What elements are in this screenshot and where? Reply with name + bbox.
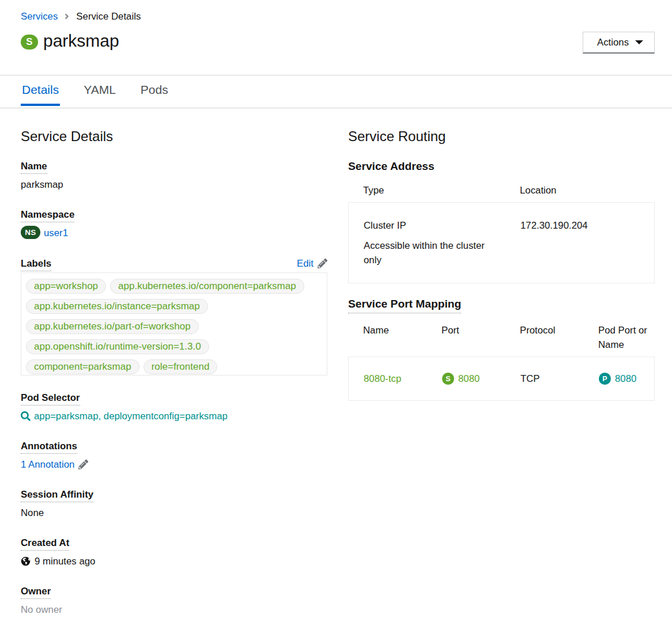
service-port-row: 8080-tcp S 8080 TCP P 8080 <box>349 357 654 400</box>
breadcrumb-current: Service Details <box>76 9 141 24</box>
breadcrumb-link-services[interactable]: Services <box>21 9 58 24</box>
namespace-label: Namespace <box>21 207 327 222</box>
actions-label: Actions <box>597 37 629 48</box>
labels-label: Labels Edit <box>21 256 327 271</box>
search-icon <box>21 411 31 421</box>
col-header-location: Location <box>520 183 649 198</box>
session-affinity-label: Session Affinity <box>21 487 327 502</box>
col-header-pod-port: Pod Port or Name <box>598 323 649 352</box>
page-header: Services Service Details S parksmap Acti… <box>0 0 672 53</box>
address-location: 172.30.190.204 <box>520 218 648 267</box>
label-chip[interactable]: component=parksmap <box>26 359 139 374</box>
breadcrumb: Services Service Details <box>21 9 655 24</box>
col-header-name: Name <box>363 323 441 352</box>
created-at-label: Created At <box>21 536 327 551</box>
chevron-right-icon <box>64 12 70 21</box>
label-chip[interactable]: app=workshop <box>26 279 106 294</box>
pencil-icon <box>318 259 327 268</box>
annotations-label: Annotations <box>21 439 327 454</box>
globe-icon <box>21 556 31 566</box>
annotations-edit-link[interactable]: 1 Annotation <box>21 457 327 472</box>
namespace-link[interactable]: user1 <box>44 226 68 240</box>
service-address-row: Cluster IP Accessible within the cluster… <box>349 203 654 283</box>
service-details-heading: Service Details <box>21 127 327 145</box>
col-header-protocol: Protocol <box>520 323 598 352</box>
title-row: S parksmap Actions <box>21 31 655 53</box>
pod-selector-label: Pod Selector <box>21 390 327 405</box>
port-name: 8080-tcp <box>364 371 442 386</box>
owner-value: No owner <box>21 602 327 617</box>
owner-label: Owner <box>21 584 327 599</box>
created-at-value: 9 minutes ago <box>21 554 327 568</box>
service-details-section: Service Details Name parksmap Namespace … <box>21 127 327 618</box>
tab-details[interactable]: Details <box>21 75 60 108</box>
port-protocol: TCP <box>520 371 599 386</box>
pencil-icon <box>78 460 88 469</box>
pod-port-cell: P 8080 <box>599 371 648 386</box>
label-chip[interactable]: app.kubernetes.io/component=parksmap <box>110 279 304 294</box>
service-routing-heading: Service Routing <box>348 127 655 145</box>
service-address-heading: Service Address <box>348 159 655 173</box>
service-port-cell: S 8080 <box>442 371 520 386</box>
name-label: Name <box>21 159 327 174</box>
col-header-port: Port <box>441 323 520 352</box>
namespace-badge: NS <box>21 226 40 239</box>
pod-badge: P <box>599 373 611 385</box>
label-chip[interactable]: app.openshift.io/runtime-version=1.3.0 <box>26 339 209 354</box>
service-routing-section: Service Routing Service Address Type Loc… <box>348 127 655 618</box>
labels-box: app=workshop app.kubernetes.io/component… <box>21 272 327 376</box>
service-address-table: Type Location Cluster IP Accessible with… <box>348 183 655 283</box>
tab-bar: Details YAML Pods <box>0 75 672 108</box>
labels-edit-link[interactable]: Edit <box>297 256 327 271</box>
session-affinity-value: None <box>21 506 327 520</box>
service-port-mapping-table: Name Port Protocol Pod Port or Name 8080… <box>348 323 655 401</box>
name-value: parksmap <box>21 177 327 192</box>
label-chip[interactable]: role=frontend <box>144 359 218 374</box>
label-chip[interactable]: app.kubernetes.io/instance=parksmap <box>26 299 208 314</box>
pod-selector-link[interactable]: app=parksmap, deploymentconfig=parksmap <box>21 409 327 423</box>
service-resource-icon: S <box>21 35 38 50</box>
service-port-mapping-heading: Service Port Mapping <box>348 297 655 313</box>
address-note: Accessible within the cluster only <box>364 238 497 267</box>
col-header-type: Type <box>363 183 520 198</box>
caret-down-icon <box>635 40 643 44</box>
actions-dropdown-button[interactable]: Actions <box>583 32 655 54</box>
address-type: Cluster IP <box>364 218 520 233</box>
label-chip[interactable]: app.kubernetes.io/part-of=workshop <box>26 319 199 334</box>
tab-yaml[interactable]: YAML <box>82 75 117 108</box>
tab-pods[interactable]: Pods <box>139 75 169 108</box>
page-title: parksmap <box>43 31 119 51</box>
service-badge: S <box>442 373 454 385</box>
